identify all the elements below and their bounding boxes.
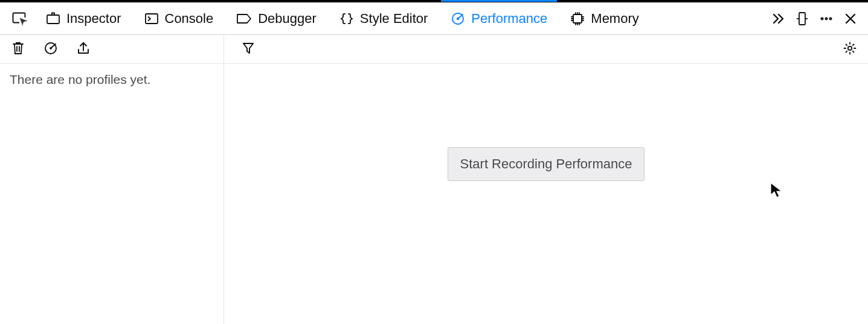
element-picker-button[interactable] [7, 5, 34, 32]
svg-rect-3 [146, 14, 158, 24]
svg-rect-7 [799, 13, 805, 25]
svg-point-15 [848, 46, 852, 49]
performance-toolbar [0, 35, 868, 64]
debugger-icon [236, 13, 252, 25]
start-recording-button[interactable]: Start Recording Performance [448, 147, 645, 181]
tabs-overflow-button[interactable] [767, 7, 789, 30]
settings-button[interactable] [840, 40, 860, 59]
svg-point-11 [825, 17, 828, 19]
svg-rect-6 [573, 14, 582, 23]
kebab-menu-button[interactable] [815, 7, 838, 30]
memory-icon [570, 11, 585, 26]
console-icon [144, 12, 159, 25]
filter-icon [242, 41, 255, 58]
clear-recordings-button[interactable] [8, 40, 28, 59]
tab-style-editor[interactable]: Style Editor [329, 2, 439, 35]
inspector-icon [46, 12, 60, 25]
tab-label: Console [165, 11, 214, 27]
no-profiles-message: There are no profiles yet. [10, 72, 214, 87]
import-icon [76, 41, 91, 58]
svg-rect-2 [47, 15, 59, 24]
tab-label: Style Editor [360, 11, 428, 27]
filter-button[interactable] [239, 40, 258, 59]
tab-debugger[interactable]: Debugger [225, 2, 327, 35]
tab-console[interactable]: Console [133, 2, 225, 35]
svg-point-10 [821, 17, 823, 19]
responsive-design-button[interactable] [791, 7, 814, 30]
tab-performance[interactable]: Performance [440, 2, 558, 35]
close-icon [844, 13, 857, 25]
record-button[interactable] [41, 40, 60, 59]
responsive-design-icon [796, 11, 809, 26]
tab-label: Inspector [66, 11, 121, 27]
tab-inspector[interactable]: Inspector [35, 2, 132, 35]
chevrons-right-icon [771, 12, 785, 25]
element-picker-icon [12, 11, 29, 26]
recordings-sidebar: There are no profiles yet. [0, 64, 224, 324]
close-devtools-button[interactable] [839, 7, 862, 30]
performance-main-pane: Start Recording Performance [224, 64, 868, 324]
tab-label: Debugger [258, 11, 317, 27]
import-recording-button[interactable] [74, 40, 93, 59]
devtools-tabbar: Inspector Console Debugger [0, 2, 868, 35]
style-editor-icon [339, 12, 354, 25]
tab-label: Memory [591, 11, 638, 27]
performance-icon [451, 11, 465, 26]
svg-point-12 [829, 17, 832, 19]
trash-icon [11, 41, 25, 58]
tab-label: Performance [471, 11, 547, 27]
tab-memory[interactable]: Memory [559, 2, 649, 35]
record-target-icon [43, 41, 58, 58]
gear-icon [843, 41, 857, 58]
kebab-icon [819, 11, 834, 26]
mouse-cursor-icon [770, 182, 783, 201]
